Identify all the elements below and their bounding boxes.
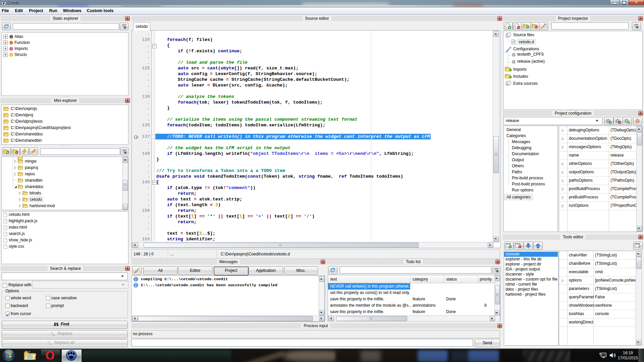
svg-text:b: b: [48, 340, 49, 344]
svg-text:b: b: [51, 331, 53, 335]
